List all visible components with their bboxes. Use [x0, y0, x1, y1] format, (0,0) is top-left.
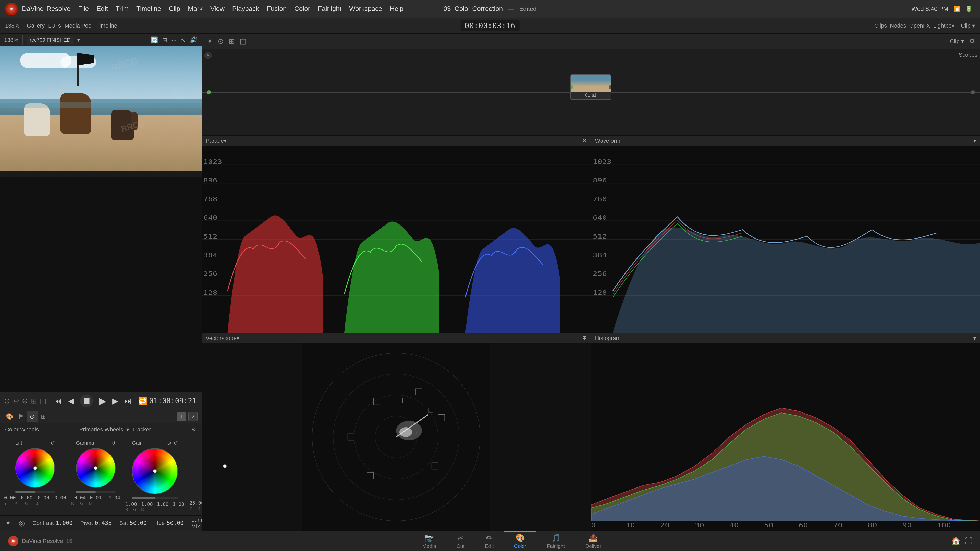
lightbox-label[interactable]: Lightbox — [933, 22, 955, 29]
clip-label[interactable]: Clip ▾ — [950, 38, 964, 44]
svg-text:256: 256 — [204, 270, 218, 277]
node-editor-close[interactable]: ✕ — [204, 52, 212, 59]
lift-slider[interactable] — [15, 491, 55, 493]
gain-wheel[interactable] — [132, 448, 178, 494]
menu-fairlight[interactable]: Fairlight — [318, 5, 341, 13]
scrub-bar[interactable] — [0, 171, 202, 177]
right-tool-1[interactable]: ✦ — [207, 37, 213, 45]
gamma-wheel[interactable] — [76, 448, 116, 488]
lift-reset-icon[interactable]: ↺ — [51, 440, 55, 446]
color-tool-1[interactable]: ⊙ — [4, 397, 10, 405]
gain-icon-1[interactable]: ⊙ — [167, 440, 172, 446]
node-output-connector — [971, 90, 975, 94]
nodes-label[interactable]: Nodes — [890, 22, 906, 29]
tab-fairlight[interactable]: 🎵 Fairlight — [536, 531, 575, 551]
skip-start-button[interactable]: ⏮ — [54, 397, 62, 405]
tab-2-button[interactable]: 2 — [188, 412, 197, 421]
media-pool-tab[interactable]: Media Pool — [65, 22, 93, 29]
menu-playback[interactable]: Playback — [232, 5, 259, 13]
viewer-icon-3[interactable]: ··· — [172, 37, 177, 44]
clips-label[interactable]: Clips — [874, 22, 887, 29]
parade-chevron[interactable]: ▾ — [224, 138, 226, 144]
color-node[interactable]: 01 a1 — [570, 75, 611, 100]
rec-format-badge[interactable]: rec709 FINISHED — [27, 36, 73, 44]
viewer-icon-4[interactable]: ↖ — [181, 37, 186, 44]
contrast-value[interactable]: 1.000 — [56, 520, 73, 526]
viewer-icon-5[interactable]: 🔊 — [190, 37, 197, 44]
menu-file[interactable]: File — [78, 5, 89, 13]
menu-davinci[interactable]: DaVinci Resolve — [22, 5, 70, 13]
luts-tab[interactable]: LUTs — [48, 22, 61, 29]
color-tool-4[interactable]: ⊞ — [31, 397, 37, 405]
right-tool-3[interactable]: ⊞ — [229, 37, 234, 45]
tool-color-match[interactable]: 🎨 — [4, 411, 15, 422]
prev-frame-button[interactable]: ◀ — [68, 396, 74, 405]
tracker-label[interactable]: Tracker — [132, 426, 151, 433]
color-tool-left-1[interactable]: ✦ — [5, 519, 11, 527]
fullscreen-icon[interactable]: ⛶ — [965, 537, 972, 545]
svg-text:0: 0 — [591, 522, 596, 529]
stop-button[interactable]: ⏹ — [80, 395, 93, 407]
menu-color[interactable]: Color — [294, 5, 310, 13]
parade-close-icon[interactable]: ✕ — [582, 138, 587, 144]
gamma-reset-icon[interactable]: ↺ — [111, 440, 116, 446]
lift-wheel[interactable] — [15, 448, 55, 488]
color-tool-left-2[interactable]: ◎ — [19, 519, 25, 527]
right-settings-icon[interactable]: ⚙ — [969, 37, 975, 45]
tab-edit[interactable]: ✏ Edit — [475, 531, 504, 551]
menu-mark[interactable]: Mark — [188, 5, 203, 13]
menu-help[interactable]: Help — [390, 5, 404, 13]
pivot-value[interactable]: 0.435 — [95, 520, 111, 526]
openfx-label[interactable]: OpenFX — [909, 22, 930, 29]
home-icon[interactable]: 🏠 — [951, 537, 961, 545]
play-button[interactable]: ▶ — [99, 395, 106, 407]
menu-timeline[interactable]: Timeline — [136, 5, 161, 13]
menu-clip[interactable]: Clip — [169, 5, 180, 13]
tab-cut[interactable]: ✂ Cut — [446, 531, 475, 551]
tool-flag[interactable]: ⚑ — [15, 411, 27, 422]
vectorscope-grid-icon[interactable]: ⊞ — [582, 335, 587, 341]
vectorscope-chevron[interactable]: ▾ — [237, 335, 239, 341]
gain-slider[interactable] — [132, 497, 178, 499]
menu-trim[interactable]: Trim — [116, 5, 129, 13]
primaries-chevron[interactable]: ▾ — [126, 426, 129, 433]
tab-1-button[interactable]: 1 — [177, 412, 186, 421]
wheels-settings-icon[interactable]: ⚙ — [191, 426, 197, 433]
right-tool-2[interactable]: ⊙ — [218, 37, 224, 45]
sat-value[interactable]: 50.00 — [130, 520, 147, 526]
svg-text:60: 60 — [799, 522, 808, 529]
waveform-scope-panel: Waveform ▾ — [591, 136, 980, 333]
hue-value[interactable]: 50.00 — [167, 520, 183, 526]
menu-workspace[interactable]: Workspace — [349, 5, 382, 13]
histogram-chevron[interactable]: ▾ — [974, 335, 976, 341]
tool-grid[interactable]: ⊞ — [38, 411, 49, 422]
tool-circle[interactable]: ⊙ — [27, 411, 38, 422]
loop-button[interactable]: 🔁 — [138, 396, 148, 405]
clip-dropdown[interactable]: Clip ▾ — [961, 22, 975, 29]
right-tool-4[interactable]: ◫ — [240, 37, 246, 45]
viewer-icon-1[interactable]: 🔄 — [151, 37, 158, 44]
tab-color[interactable]: 🎨 Color — [504, 531, 537, 551]
svg-text:384: 384 — [204, 252, 218, 259]
color-tool-3[interactable]: ⊕ — [22, 397, 28, 405]
tab-media[interactable]: 📷 Media — [412, 531, 446, 551]
tab-deliver[interactable]: 📤 Deliver — [575, 531, 611, 551]
menu-view[interactable]: View — [210, 5, 224, 13]
next-frame-button[interactable]: ▶ — [112, 396, 118, 405]
gamma-slider[interactable] — [76, 491, 116, 493]
skip-end-button[interactable]: ⏭ — [124, 397, 132, 405]
timeline-tab[interactable]: Timeline — [96, 22, 117, 29]
chevron-down-icon[interactable]: ▾ — [77, 37, 80, 43]
menu-fusion[interactable]: Fusion — [267, 5, 286, 13]
menu-edit[interactable]: Edit — [97, 5, 108, 13]
color-tool-2[interactable]: ↩ — [13, 397, 19, 405]
waveform-chevron[interactable]: ▾ — [974, 138, 976, 144]
color-tool-5[interactable]: ◫ — [40, 397, 46, 405]
viewer-icon-2[interactable]: ⊞ — [162, 37, 167, 44]
gallery-tab[interactable]: Gallery — [27, 22, 45, 29]
primaries-wheels-label[interactable]: Primaries Wheels — [79, 426, 123, 433]
waveform-title: Waveform — [595, 138, 620, 144]
offset-wheel-dot — [223, 464, 227, 468]
gain-reset-icon[interactable]: ↺ — [173, 440, 178, 446]
gamma-wheel-item: Gamma ↺ -0.04 0.01 -0.04 — [71, 440, 120, 512]
